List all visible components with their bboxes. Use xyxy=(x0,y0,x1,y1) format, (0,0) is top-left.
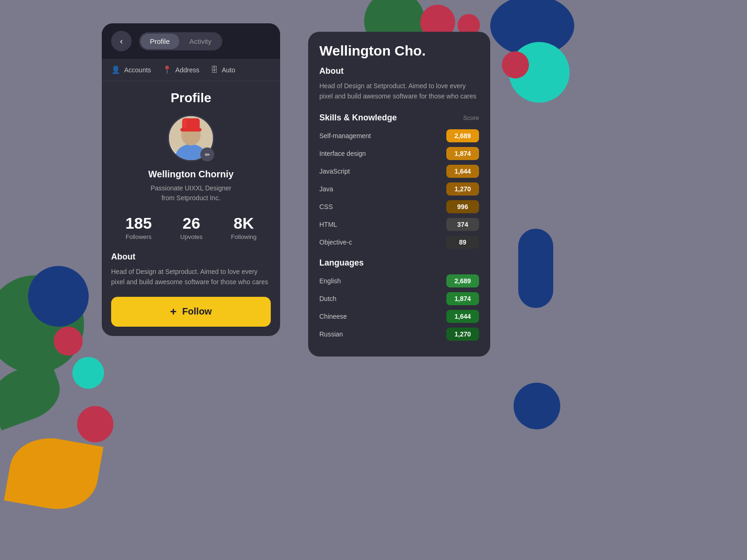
skill-row: Objective-c 89 xyxy=(319,236,479,249)
about-text: Head of Design at Setproduct. Aimed to l… xyxy=(111,266,271,287)
upvotes-value: 26 xyxy=(180,214,203,232)
skill-row: Interface design 1,874 xyxy=(319,147,479,160)
skill-score-container: 2,689 xyxy=(446,129,479,142)
skill-score-container: 1,874 xyxy=(446,147,479,160)
skill-score: 1,644 xyxy=(446,165,479,178)
nav-auto[interactable]: 🗄 Auto xyxy=(211,65,235,74)
language-row: Chineese 1,644 xyxy=(319,310,479,323)
skill-score: 1,270 xyxy=(446,182,479,196)
skills-header: Skills & Knowledge Score xyxy=(319,113,479,123)
accounts-icon: 👤 xyxy=(111,65,120,74)
language-name: Dutch xyxy=(319,295,442,302)
skill-row: CSS 996 xyxy=(319,200,479,213)
language-score-container: 1,874 xyxy=(446,292,479,305)
profile-body: Profile xyxy=(102,81,280,336)
deco-blob-7 xyxy=(518,229,553,308)
skill-name: CSS xyxy=(319,203,442,210)
stat-upvotes: 26 Upvotes xyxy=(180,214,203,241)
following-value: 8K xyxy=(231,214,257,232)
stats-row: 185 Followers 26 Upvotes 8K Following xyxy=(111,214,271,241)
language-score-container: 1,644 xyxy=(446,310,479,323)
deco-blob-11 xyxy=(72,357,104,389)
detail-card: Wellington Cho. About Head of Design at … xyxy=(308,32,490,357)
language-score: 2,689 xyxy=(446,274,479,287)
followers-value: 185 xyxy=(125,214,152,232)
profile-card: ‹ Profile Activity 👤 Accounts 📍 Address … xyxy=(102,23,280,336)
skills-title: Skills & Knowledge xyxy=(319,113,397,123)
skill-score: 1,874 xyxy=(446,147,479,160)
follow-plus-icon: + xyxy=(170,305,176,318)
skills-list: Self-management 2,689 Interface design 1… xyxy=(319,129,479,249)
skill-row: HTML 374 xyxy=(319,218,479,231)
user-bio: Passionate UIXXL Designer from Setproduc… xyxy=(111,183,271,203)
deco-blob-13 xyxy=(514,383,560,429)
stat-following: 8K Following xyxy=(231,214,257,241)
about-section: About Head of Design at Setproduct. Aime… xyxy=(111,252,271,287)
score-label: Score xyxy=(463,114,479,121)
deco-leaf-1 xyxy=(0,358,67,431)
skill-row: Self-management 2,689 xyxy=(319,129,479,142)
address-icon: 📍 xyxy=(162,65,172,74)
stat-followers: 185 Followers xyxy=(125,214,152,241)
skill-score: 374 xyxy=(446,218,479,231)
language-score: 1,874 xyxy=(446,292,479,305)
nav-auto-label: Auto xyxy=(222,66,235,74)
language-score: 1,644 xyxy=(446,310,479,323)
skill-name: HTML xyxy=(319,221,442,228)
tab-group: Profile Activity xyxy=(139,32,222,50)
following-label: Following xyxy=(231,233,257,240)
svg-rect-6 xyxy=(183,119,187,128)
deco-blob-12 xyxy=(77,406,113,442)
languages-title: Languages xyxy=(319,258,479,268)
profile-nav: 👤 Accounts 📍 Address 🗄 Auto xyxy=(102,59,280,81)
upvotes-label: Upvotes xyxy=(180,233,203,240)
profile-page-title: Profile xyxy=(111,91,271,105)
follow-button[interactable]: + Follow xyxy=(111,297,271,327)
language-name: English xyxy=(319,277,442,285)
skill-score: 2,689 xyxy=(446,129,479,142)
language-name: Russian xyxy=(319,330,442,338)
detail-user-name: Wellington Cho. xyxy=(319,43,479,59)
nav-address-label: Address xyxy=(176,66,199,74)
language-row: English 2,689 xyxy=(319,274,479,287)
language-score: 1,270 xyxy=(446,328,479,341)
followers-label: Followers xyxy=(126,233,152,240)
skill-score-container: 996 xyxy=(446,200,479,213)
skill-row: JavaScript 1,644 xyxy=(319,165,479,178)
detail-about-title: About xyxy=(319,66,479,76)
tab-activity[interactable]: Activity xyxy=(180,34,221,49)
auto-icon: 🗄 xyxy=(211,66,218,74)
skill-score-container: 374 xyxy=(446,218,479,231)
detail-body: Wellington Cho. About Head of Design at … xyxy=(308,32,490,357)
skill-score: 89 xyxy=(446,236,479,249)
skill-name: JavaScript xyxy=(319,168,442,175)
skill-name: Java xyxy=(319,185,442,193)
back-button[interactable]: ‹ xyxy=(111,31,132,51)
language-name: Chineese xyxy=(319,313,442,320)
languages-list: English 2,689 Dutch 1,874 Chineese 1,644… xyxy=(319,274,479,341)
profile-card-header: ‹ Profile Activity xyxy=(102,23,280,59)
tab-profile[interactable]: Profile xyxy=(141,34,179,49)
deco-blob-10 xyxy=(54,327,83,356)
languages-section: Languages English 2,689 Dutch 1,874 Chin… xyxy=(319,258,479,341)
skill-name: Objective-c xyxy=(319,238,442,246)
language-row: Dutch 1,874 xyxy=(319,292,479,305)
about-title: About xyxy=(111,252,271,262)
skill-score-container: 1,644 xyxy=(446,165,479,178)
skill-name: Interface design xyxy=(319,150,442,157)
edit-avatar-button[interactable]: ✏ xyxy=(200,147,214,161)
skill-row: Java 1,270 xyxy=(319,182,479,196)
deco-blob-6 xyxy=(502,51,529,78)
skill-score: 996 xyxy=(446,200,479,213)
skill-score-container: 1,270 xyxy=(446,182,479,196)
nav-address[interactable]: 📍 Address xyxy=(162,65,199,74)
nav-accounts-label: Accounts xyxy=(124,66,151,74)
detail-about-text: Head of Design at Setproduct. Aimed to l… xyxy=(319,81,479,102)
language-score-container: 2,689 xyxy=(446,274,479,287)
nav-accounts[interactable]: 👤 Accounts xyxy=(111,65,151,74)
language-row: Russian 1,270 xyxy=(319,328,479,341)
language-score-container: 1,270 xyxy=(446,328,479,341)
skill-name: Self-management xyxy=(319,132,442,140)
follow-label: Follow xyxy=(182,306,211,317)
avatar-wrapper: ✏ xyxy=(168,115,214,161)
